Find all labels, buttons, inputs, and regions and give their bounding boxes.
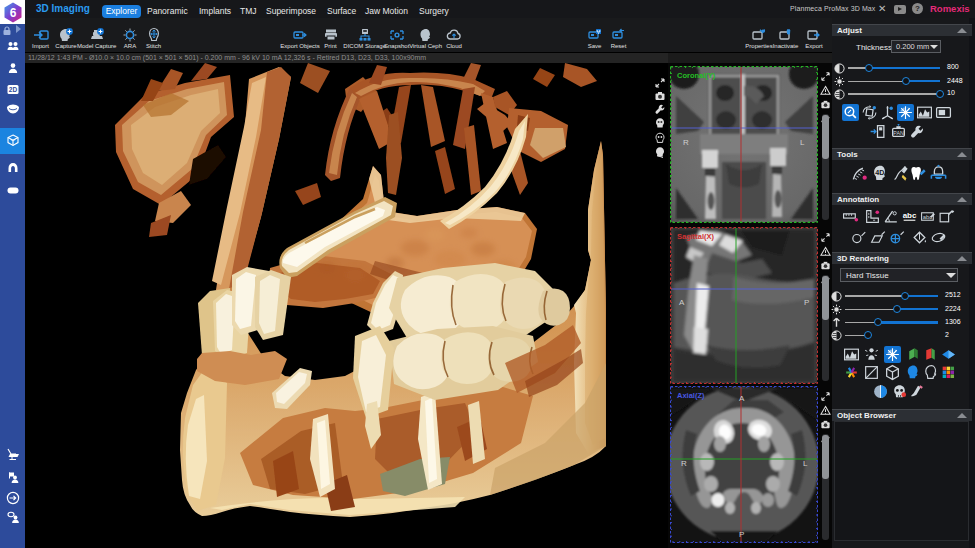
svg-text:Coronal(Y): Coronal(Y) (677, 71, 716, 80)
svg-text:abc: abc (902, 210, 916, 219)
svg-text:PAN: PAN (893, 129, 904, 135)
svg-text:Sagittal(X): Sagittal(X) (677, 232, 715, 241)
svg-text:A: A (679, 298, 685, 307)
svg-text:P: P (804, 298, 809, 307)
svg-text:A: A (739, 394, 745, 403)
svg-text:4D: 4D (875, 168, 884, 176)
svg-text:P: P (739, 530, 744, 539)
svg-text:6: 6 (10, 6, 17, 20)
svg-text:Axial(Z): Axial(Z) (677, 391, 705, 400)
svg-text:2D: 2D (8, 86, 17, 93)
svg-text:L: L (800, 138, 805, 147)
svg-text:R: R (683, 138, 689, 147)
svg-text:R: R (681, 459, 687, 468)
svg-text:L: L (803, 459, 808, 468)
